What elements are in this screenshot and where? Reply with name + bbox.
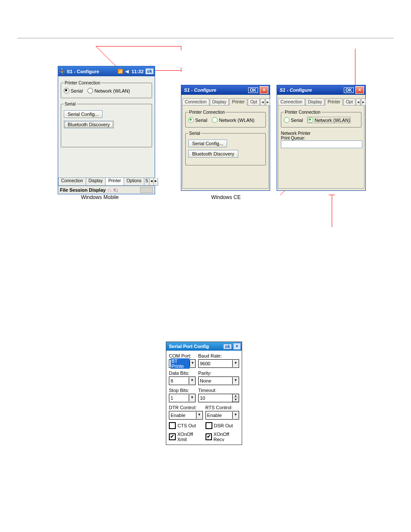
timeout-label: Timeout: xyxy=(198,388,239,393)
com-port-select[interactable]: BT Printe ▼ xyxy=(169,359,196,368)
tab-printer[interactable]: Printer xyxy=(325,98,342,106)
window-title: S1 - Configure xyxy=(67,69,99,74)
baud-rate-label: Baud Rate: xyxy=(198,353,239,358)
window-titlebar: S1 - Configure OK × xyxy=(181,85,270,95)
dialog-title: Serial Port Config xyxy=(169,344,209,349)
signal-icon: 📶 xyxy=(118,69,123,74)
stop-bits-label: Stop Bits: xyxy=(169,388,196,393)
printer-connection-group: Printer Connection Serial Network (WLAN) xyxy=(281,110,361,128)
bluetooth-discovery-button[interactable]: Bluetooth Discovery xyxy=(64,121,114,128)
serial-port-config-dialog: Serial Port Config ok × COM Port: BT Pri… xyxy=(166,342,242,445)
clock: 11:32 xyxy=(131,69,143,74)
radio-network[interactable]: Network (WLAN) xyxy=(87,88,130,93)
window-titlebar: S1 - Configure OK × xyxy=(277,85,365,95)
parity-select[interactable]: None ▼ xyxy=(198,376,239,385)
group-label: Printer Connection xyxy=(64,81,101,85)
menu-items[interactable]: File Session Display xyxy=(60,187,106,193)
xonoff-recv-checkbox[interactable]: ✔XOnOff Recv xyxy=(206,432,240,442)
window-title: S1 - Configure xyxy=(280,87,312,93)
tab-options[interactable]: Opt xyxy=(343,98,355,105)
print-queue-label: Print Queue: xyxy=(281,136,361,140)
tab-display[interactable]: Display xyxy=(210,98,229,105)
tab-bar: Connection Display Printer Opt ◂ ▸ xyxy=(181,95,270,105)
ok-button[interactable]: ok xyxy=(223,344,232,349)
group-label: Serial xyxy=(188,131,201,136)
tab-scroll-left[interactable]: ◂ xyxy=(260,98,265,105)
serial-group: Serial Serial Config... Bluetooth Discov… xyxy=(61,102,152,147)
tab-bar: Connection Display Printer Opt ◂ ▸ xyxy=(277,95,365,105)
spin-up-icon[interactable]: ▲ xyxy=(233,394,239,398)
serial-config-button[interactable]: Serial Config... xyxy=(64,110,103,118)
ok-button[interactable]: ok xyxy=(145,68,154,75)
caption-windows-ce: Windows CE xyxy=(211,194,241,200)
tab-scroll-right[interactable]: ▸ xyxy=(265,98,270,105)
spin-down-icon[interactable]: ▼ xyxy=(233,398,239,402)
tab-scroll-left[interactable]: ◂ xyxy=(356,98,361,105)
printer-connection-group: Printer Connection Serial Network (WLAN) xyxy=(185,110,266,128)
tab-scroll-right[interactable]: ▸ xyxy=(153,178,158,186)
tab-display[interactable]: Display xyxy=(86,178,106,186)
close-button[interactable]: × xyxy=(260,86,268,94)
chevron-down-icon: ▼ xyxy=(232,360,239,367)
radio-network[interactable]: Network (WLAN) xyxy=(212,117,255,123)
bluetooth-discovery-button[interactable]: Bluetooth Discovery xyxy=(188,150,238,158)
cts-out-checkbox[interactable]: CTS Out xyxy=(169,422,203,429)
close-button[interactable]: × xyxy=(233,343,241,350)
group-label: Printer Connection xyxy=(284,110,321,115)
tab-options[interactable]: Opt xyxy=(248,98,260,105)
serial-config-button[interactable]: Serial Config... xyxy=(188,140,227,147)
window-title: S1 - Configure xyxy=(184,87,216,93)
stop-bits-select[interactable]: 1 ▼ xyxy=(169,394,196,402)
chevron-down-icon: ▼ xyxy=(232,377,239,384)
radio-network[interactable]: Network (WLAN) xyxy=(308,117,350,123)
parity-label: Parity: xyxy=(198,370,239,376)
network-printer-label: Network Printer xyxy=(281,131,361,136)
dialog-titlebar: Serial Port Config ok × xyxy=(166,342,242,351)
windows-flag-icon xyxy=(59,68,65,75)
group-label: Printer Connection xyxy=(188,110,226,115)
baud-rate-select[interactable]: 9600 ▼ xyxy=(198,359,239,368)
k-icon: K↨ xyxy=(113,188,118,193)
radio-serial[interactable]: Serial xyxy=(188,117,207,123)
data-bits-label: Data Bits: xyxy=(169,370,196,376)
sound-icon: ◀ xyxy=(125,69,130,74)
chevron-down-icon: ▼ xyxy=(190,360,195,367)
tab-options[interactable]: Options xyxy=(124,178,144,186)
chevron-down-icon: ▼ xyxy=(232,412,239,419)
tab-connection[interactable]: Connection xyxy=(58,178,86,186)
dtr-control-label: DTR Control: xyxy=(169,405,203,410)
tab-display[interactable]: Display xyxy=(305,98,325,105)
tab-connection[interactable]: Connection xyxy=(182,98,209,105)
data-bits-select[interactable]: 8 ▼ xyxy=(169,376,196,385)
tab-bar: Connection Display Printer Options S ◂ ▸ xyxy=(58,177,155,186)
radio-serial[interactable]: Serial xyxy=(284,117,303,123)
serial-group: Serial Serial Config... Bluetooth Discov… xyxy=(185,131,266,165)
print-queue-input[interactable] xyxy=(281,140,362,148)
windows-ce-window-network: S1 - Configure OK × Connection Display P… xyxy=(277,85,366,191)
tab-printer[interactable]: Printer xyxy=(229,98,247,106)
ok-button[interactable]: OK xyxy=(248,87,258,93)
xonoff-xmit-checkbox[interactable]: ✔XOnOff Xmit xyxy=(169,432,203,442)
rts-control-select[interactable]: Enable ▼ xyxy=(206,411,240,420)
chevron-down-icon: ▼ xyxy=(196,412,202,419)
tab-connection[interactable]: Connection xyxy=(278,98,305,105)
sip-keyboard-icon[interactable] xyxy=(140,187,153,193)
com-port-label: COM Port: xyxy=(169,353,196,358)
dtr-control-select[interactable]: Enable ▼ xyxy=(169,411,203,420)
arrows-icon: ↑↓ xyxy=(107,188,112,193)
chevron-down-icon: ▼ xyxy=(189,377,195,384)
close-button[interactable]: × xyxy=(355,86,364,94)
tab-printer[interactable]: Printer xyxy=(105,178,124,186)
windows-ce-window-serial: S1 - Configure OK × Connection Display P… xyxy=(181,85,270,191)
windows-mobile-window: S1 - Configure 📶 ◀ 11:32 ok Printer Conn… xyxy=(58,66,155,194)
printer-connection-group: Printer Connection Serial Network (WLAN) xyxy=(61,81,152,98)
dsr-out-checkbox[interactable]: DSR Out xyxy=(206,422,240,429)
timeout-stepper[interactable]: 10 ▲▼ xyxy=(198,394,239,402)
ok-button[interactable]: OK xyxy=(344,87,354,93)
rts-control-label: RTS Control: xyxy=(206,405,240,410)
caption-windows-mobile: Windows Mobile xyxy=(81,194,118,200)
tab-scroll-right[interactable]: ▸ xyxy=(361,98,366,105)
menu-bar: File Session Display ↑↓ K↨ xyxy=(58,186,155,194)
radio-serial[interactable]: Serial xyxy=(64,88,83,93)
callout-line xyxy=(332,195,332,227)
